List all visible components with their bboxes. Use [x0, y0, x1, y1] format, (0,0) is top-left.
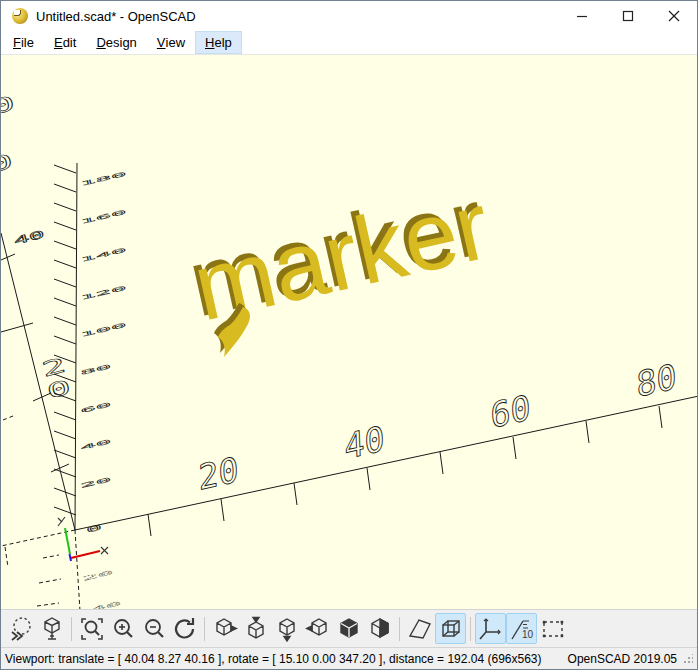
- view-right-button[interactable]: [209, 613, 240, 644]
- svg-text:40: 40: [90, 600, 122, 609]
- svg-text:20: 20: [80, 476, 112, 489]
- zoom-all-button[interactable]: [76, 613, 107, 644]
- window-title: Untitled.scad* - OpenSCAD: [36, 9, 196, 24]
- toolbar-separator: [399, 617, 400, 641]
- view-left-button[interactable]: [302, 613, 333, 644]
- viewport-status-text: Viewport: translate = [ 40.04 8.27 40.16…: [5, 652, 542, 666]
- svg-text:120: 120: [80, 284, 127, 301]
- maximize-icon: [624, 12, 633, 21]
- zoom-all-icon: [79, 616, 105, 642]
- render-icon: [39, 616, 65, 642]
- svg-text:0: 0: [1, 91, 17, 119]
- orthogonal-button[interactable]: [435, 613, 466, 644]
- z-axis-flattened-labels: 180 160 140 120 100 80 60 40 20: [80, 170, 127, 489]
- view-right-icon: [212, 616, 238, 642]
- title-bar[interactable]: Untitled.scad* - OpenSCAD: [1, 1, 697, 31]
- reset-view-icon: [172, 616, 198, 642]
- svg-text:10: 10: [522, 629, 534, 640]
- x-tick-label-80: 80: [636, 356, 678, 405]
- x-axis-label-glyph: [101, 547, 108, 554]
- reset-view-button[interactable]: [169, 613, 200, 644]
- menu-edit[interactable]: Edit: [44, 31, 86, 54]
- menu-view[interactable]: View: [147, 31, 195, 54]
- y-axis: 40 2 0 0 0: [1, 91, 75, 530]
- menu-help[interactable]: Help: [195, 31, 242, 54]
- view-bottom-button[interactable]: [271, 613, 302, 644]
- menu-bar: File Edit Design View Help: [1, 31, 697, 55]
- marker-text-object[interactable]: marker marker: [179, 166, 499, 357]
- close-icon: [668, 10, 680, 22]
- window-controls: [559, 1, 697, 31]
- toolbar-separator: [470, 617, 471, 641]
- x-axis-indicator: [71, 551, 100, 558]
- status-bar: Viewport: translate = [ 40.04 8.27 40.16…: [1, 647, 697, 669]
- view-left-icon: [305, 616, 331, 642]
- toolbar-separator: [71, 617, 72, 641]
- perspective-icon: [407, 616, 433, 642]
- viewport-panel: 20 40 60 80: [1, 55, 697, 609]
- view-back-icon: [336, 616, 362, 642]
- y-axis-label-glyph: [58, 517, 65, 526]
- origin-flattened-label: 0: [85, 522, 102, 535]
- resize-grip[interactable]: [683, 654, 693, 664]
- zoom-in-button[interactable]: [107, 613, 138, 644]
- maximize-button[interactable]: [605, 1, 651, 31]
- z-axis-ticks: [54, 165, 76, 515]
- x-axis-labels: 20 40 60 80: [198, 356, 678, 498]
- show-edges-button[interactable]: [537, 613, 568, 644]
- preview-icon: [8, 616, 34, 642]
- svg-text:20: 20: [82, 569, 114, 582]
- zoom-out-button[interactable]: [138, 613, 169, 644]
- x-tick-label-40: 40: [344, 418, 386, 467]
- perspective-button[interactable]: [404, 613, 435, 644]
- view-back-button[interactable]: [333, 613, 364, 644]
- orthogonal-icon: [438, 616, 464, 642]
- view-diagonal-button[interactable]: [364, 613, 395, 644]
- show-axes-icon: [478, 616, 504, 642]
- openscad-window: Untitled.scad* - OpenSCAD File Edit Desi…: [0, 0, 698, 670]
- view-bottom-icon: [274, 616, 300, 642]
- close-button[interactable]: [651, 1, 697, 31]
- render-button[interactable]: [36, 613, 67, 644]
- menu-design[interactable]: Design: [86, 31, 146, 54]
- svg-text:80: 80: [80, 363, 112, 376]
- svg-text:100: 100: [80, 321, 127, 338]
- view-diagonal-icon: [367, 616, 393, 642]
- version-label: OpenSCAD 2019.05: [568, 652, 677, 666]
- svg-text:0: 0: [1, 149, 15, 177]
- svg-text:60: 60: [80, 401, 112, 414]
- preview-button[interactable]: [5, 613, 36, 644]
- zoom-in-icon: [110, 616, 136, 642]
- svg-text:40: 40: [80, 438, 112, 451]
- show-scale-markers-button[interactable]: 10: [506, 613, 537, 644]
- view-top-button[interactable]: [240, 613, 271, 644]
- view-toolbar: 10: [1, 609, 697, 647]
- show-edges-icon: [540, 616, 566, 642]
- svg-text:160: 160: [80, 208, 127, 225]
- x-axis: 20 40 60 80: [1, 356, 697, 546]
- show-scale-markers-icon: 10: [509, 616, 535, 642]
- x-tick-label-20: 20: [198, 449, 240, 498]
- y-axis-flattened-labels: 40 2 0 0 0: [1, 91, 73, 403]
- z-axis-indicator: [70, 554, 72, 561]
- x-tick-label-60: 60: [490, 387, 532, 436]
- zoom-out-icon: [141, 616, 167, 642]
- svg-text:40: 40: [13, 228, 46, 248]
- show-axes-button[interactable]: [475, 613, 506, 644]
- minimize-button[interactable]: [559, 1, 605, 31]
- openscad-logo-icon: [12, 8, 28, 24]
- svg-text:140: 140: [80, 246, 127, 263]
- svg-text:180: 180: [80, 170, 127, 187]
- menu-file[interactable]: File: [3, 31, 44, 54]
- view-top-icon: [243, 616, 269, 642]
- toolbar-separator: [204, 617, 205, 641]
- 3d-viewport[interactable]: 20 40 60 80: [1, 55, 697, 609]
